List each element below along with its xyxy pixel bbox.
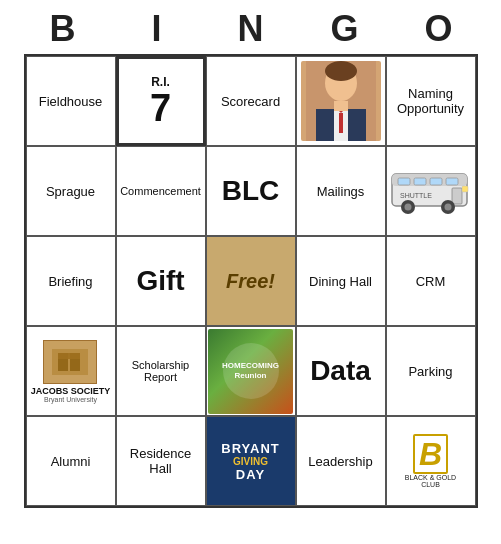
svg-rect-10 <box>398 178 410 185</box>
blackgold-b-letter: B <box>419 436 442 472</box>
cell-g5[interactable]: Leadership <box>296 416 386 506</box>
cell-b3[interactable]: Briefing <box>26 236 116 326</box>
bus-image: SHUTTLE <box>388 161 473 221</box>
cell-i1[interactable]: R.I. 7 <box>116 56 206 146</box>
cell-n2-text: BLC <box>222 175 280 207</box>
svg-text:SHUTTLE: SHUTTLE <box>400 192 432 199</box>
svg-point-2 <box>325 61 357 81</box>
cell-g3-text: Dining Hall <box>309 274 372 289</box>
cell-b2[interactable]: Sprague <box>26 146 116 236</box>
cell-o2[interactable]: SHUTTLE <box>386 146 476 236</box>
cell-b1[interactable]: Fieldhouse <box>26 56 116 146</box>
bgd-bryant: BRYANT <box>221 441 280 456</box>
reunion-label: HOMECOMINGReunion <box>223 343 279 399</box>
cell-n1[interactable]: Scorecard <box>206 56 296 146</box>
cell-g4-text: Data <box>310 355 371 387</box>
svg-rect-19 <box>462 186 468 192</box>
cell-i2[interactable]: Commencement <box>116 146 206 236</box>
cell-g2-text: Mailings <box>317 184 365 199</box>
jacobs-society-logo: JACOBS SOCIETY Bryant University <box>31 340 111 403</box>
svg-rect-14 <box>452 188 462 204</box>
cell-n2[interactable]: BLC <box>206 146 296 236</box>
cell-o4-text: Parking <box>408 364 452 379</box>
cell-g3[interactable]: Dining Hall <box>296 236 386 326</box>
header-g: G <box>302 8 388 50</box>
person-image <box>301 61 381 141</box>
svg-rect-6 <box>339 113 343 133</box>
svg-rect-25 <box>58 353 80 359</box>
header-o: O <box>396 8 482 50</box>
cell-i3[interactable]: Gift <box>116 236 206 326</box>
bgd-giving: GIVING <box>233 456 268 467</box>
cell-g1[interactable] <box>296 56 386 146</box>
cell-o5[interactable]: B BLACK & GOLDCLUB <box>386 416 476 506</box>
jacobs-label: JACOBS SOCIETY <box>31 386 111 396</box>
cell-o3[interactable]: CRM <box>386 236 476 326</box>
black-gold-club-logo: B BLACK & GOLDCLUB <box>405 434 456 488</box>
bingo-grid: Fieldhouse R.I. 7 Scorecard <box>24 54 478 508</box>
svg-rect-11 <box>414 178 426 185</box>
cell-o1-text: Naming Opportunity <box>391 86 471 116</box>
cell-i5[interactable]: Residence Hall <box>116 416 206 506</box>
cell-i3-text: Gift <box>136 265 184 297</box>
ri-number: 7 <box>150 89 171 127</box>
ri-box: R.I. 7 <box>150 75 171 127</box>
cell-i4[interactable]: Scholarship Report <box>116 326 206 416</box>
cell-o4[interactable]: Parking <box>386 326 476 416</box>
header-n: N <box>208 8 294 50</box>
header-i: I <box>114 8 200 50</box>
svg-rect-12 <box>430 178 442 185</box>
cell-o3-text: CRM <box>416 274 446 289</box>
cell-i4-text: Scholarship Report <box>121 359 201 383</box>
svg-rect-7 <box>334 101 348 111</box>
cell-b5[interactable]: Alumni <box>26 416 116 506</box>
cell-n3-text: Free! <box>226 270 275 293</box>
cell-n5[interactable]: BRYANT GIVING DAY <box>206 416 296 506</box>
bingo-header: B I N G O <box>16 0 486 54</box>
header-b: B <box>20 8 106 50</box>
reunion-image: HOMECOMINGReunion <box>208 329 293 414</box>
cell-b3-text: Briefing <box>48 274 92 289</box>
svg-rect-13 <box>446 178 458 185</box>
cell-i2-text: Commencement <box>120 185 201 197</box>
cell-g2[interactable]: Mailings <box>296 146 386 236</box>
cell-n1-text: Scorecard <box>221 94 280 109</box>
cell-b5-text: Alumni <box>51 454 91 469</box>
jacobs-sublabel: Bryant University <box>44 396 97 403</box>
cell-n3[interactable]: Free! <box>206 236 296 326</box>
blackgold-label: BLACK & GOLDCLUB <box>405 474 456 488</box>
cell-g4[interactable]: Data <box>296 326 386 416</box>
svg-point-18 <box>444 203 451 210</box>
cell-g5-text: Leadership <box>308 454 372 469</box>
cell-n4[interactable]: HOMECOMINGReunion <box>206 326 296 416</box>
cell-b4[interactable]: JACOBS SOCIETY Bryant University <box>26 326 116 416</box>
bryant-giving-day-image: BRYANT GIVING DAY <box>208 421 293 501</box>
svg-point-16 <box>404 203 411 210</box>
cell-b1-text: Fieldhouse <box>39 94 103 109</box>
cell-i5-text: Residence Hall <box>121 446 201 476</box>
cell-o1[interactable]: Naming Opportunity <box>386 56 476 146</box>
cell-b2-text: Sprague <box>46 184 95 199</box>
bgd-day: DAY <box>236 467 265 482</box>
